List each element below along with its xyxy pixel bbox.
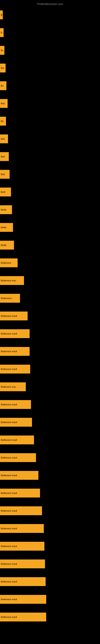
- bar-label-33: Bottleneck result: [1, 598, 17, 600]
- bar-row: Bottleneck: [0, 254, 100, 272]
- bar-row: Bottle: [0, 201, 100, 218]
- bar-1: B: [0, 28, 3, 37]
- bar-15: Bottleneck resu: [0, 276, 24, 285]
- bar-label-27: Bottleneck result: [1, 492, 17, 494]
- bar-row: Bott: [0, 130, 100, 148]
- bar-row: Bottleneck result: [0, 396, 100, 413]
- bar-label-11: Bottle: [1, 208, 6, 211]
- bar-14: Bottleneck: [0, 258, 18, 267]
- bar-label-24: Bottleneck result: [1, 439, 17, 441]
- bar-label-34: Bottleneck result: [1, 616, 17, 618]
- bar-label-3: Bot: [1, 67, 4, 69]
- bar-label-0: B: [1, 14, 2, 16]
- bar-10: Bottl: [0, 188, 11, 196]
- bar-label-6: Bo: [1, 120, 3, 122]
- bar-label-25: Bottleneck result: [1, 456, 17, 459]
- bar-row: Bott: [0, 94, 100, 112]
- bar-row: Bottleneck result: [0, 360, 100, 378]
- bar-row: B: [0, 6, 100, 24]
- bar-29: Bottleneck result: [0, 524, 44, 533]
- bar-16: Bottleneck r: [0, 294, 20, 303]
- bar-row: Bottle: [0, 218, 100, 236]
- bar-row: Bottleneck result: [0, 520, 100, 537]
- bar-row: Bottleneck result: [0, 502, 100, 520]
- bar-33: Bottleneck result: [0, 595, 46, 604]
- bar-label-15: Bottleneck resu: [1, 279, 16, 282]
- bar-20: Bottleneck result: [0, 365, 30, 374]
- bar-28: Bottleneck result: [0, 506, 42, 515]
- bar-row: Bottleneck result: [0, 449, 100, 466]
- bar-row: Bottleneck resu: [0, 378, 100, 396]
- bar-13: Bottle: [0, 241, 14, 250]
- bar-row: Bo: [0, 112, 100, 130]
- bar-21: Bottleneck resu: [0, 382, 26, 391]
- bar-row: Bott: [0, 166, 100, 183]
- bar-24: Bottleneck result: [0, 436, 34, 444]
- bar-label-30: Bottleneck result: [1, 545, 17, 548]
- bar-19: Bottleneck result: [0, 347, 30, 356]
- bar-25: Bottleneck result: [0, 453, 36, 462]
- bar-7: Bott: [0, 134, 8, 143]
- bar-label-32: Bottleneck result: [1, 580, 17, 583]
- bar-30: Bottleneck result: [0, 542, 44, 550]
- bar-label-2: Bo: [1, 49, 3, 52]
- bar-label-10: Bottl: [1, 191, 5, 193]
- bar-row: Bottleneck result: [0, 466, 100, 484]
- bar-row: Bottleneck result: [0, 608, 100, 626]
- bar-row: Bottleneck resu: [0, 272, 100, 290]
- bar-row: Bottleneck result: [0, 342, 100, 360]
- bar-3: Bot: [0, 64, 6, 72]
- bar-label-14: Bottleneck: [1, 262, 11, 264]
- bar-8: Bott: [0, 152, 9, 161]
- bar-26: Bottleneck result: [0, 471, 38, 480]
- bar-label-28: Bottleneck result: [1, 510, 17, 512]
- bar-label-1: B: [1, 32, 2, 34]
- bar-label-12: Bottle: [1, 226, 6, 228]
- bar-row: Bottleneck result: [0, 555, 100, 573]
- bars-container: BBBoBotBoBottBoBottBottBottBottlBottleBo…: [0, 0, 100, 626]
- bar-row: Bottleneck result: [0, 413, 100, 431]
- bar-4: Bo: [0, 81, 6, 90]
- bar-label-5: Bott: [1, 102, 5, 105]
- bar-27: Bottleneck result: [0, 489, 40, 498]
- bar-9: Bott: [0, 170, 10, 179]
- bar-label-18: Bottleneck result: [1, 332, 17, 335]
- bar-label-22: Bottleneck result: [1, 403, 17, 406]
- bar-row: Bottleneck result: [0, 484, 100, 502]
- bar-6: Bo: [0, 117, 6, 126]
- bar-22: Bottleneck result: [0, 400, 31, 409]
- bar-row: Bottleneck r: [0, 290, 100, 307]
- bar-row: Bottleneck result: [0, 537, 100, 555]
- bar-label-23: Bottleneck result: [1, 421, 17, 424]
- bar-18: Bottleneck result: [0, 329, 30, 338]
- bar-row: Bottleneck result: [0, 325, 100, 342]
- bar-2: Bo: [0, 46, 4, 55]
- bar-row: Bo: [0, 42, 100, 59]
- bar-17: Bottleneck result: [0, 312, 28, 320]
- bar-label-21: Bottleneck resu: [1, 386, 16, 388]
- bar-5: Bott: [0, 99, 8, 108]
- bar-label-7: Bott: [1, 138, 5, 140]
- bar-label-4: Bo: [1, 84, 3, 87]
- bar-label-13: Bottle: [1, 244, 6, 246]
- bar-23: Bottleneck result: [0, 418, 32, 427]
- bar-row: B: [0, 24, 100, 42]
- bar-row: Bottl: [0, 183, 100, 201]
- bar-0: B: [0, 10, 3, 19]
- bar-row: Bottleneck result: [0, 431, 100, 449]
- bar-34: Bottleneck result: [0, 612, 46, 622]
- bar-row: Bottleneck result: [0, 573, 100, 590]
- bar-label-31: Bottleneck result: [1, 563, 17, 565]
- bar-12: Bottle: [0, 223, 13, 232]
- bar-label-19: Bottleneck result: [1, 350, 17, 352]
- bar-32: Bottleneck result: [0, 577, 46, 586]
- bar-row: Bottleneck result: [0, 307, 100, 325]
- bar-row: Bottle: [0, 236, 100, 254]
- bar-label-20: Bottleneck result: [1, 368, 17, 370]
- bar-31: Bottleneck result: [0, 560, 45, 568]
- bar-11: Bottle: [0, 205, 12, 214]
- bar-label-17: Bottleneck result: [1, 315, 17, 317]
- bar-label-16: Bottleneck r: [1, 297, 12, 300]
- bar-label-26: Bottleneck result: [1, 474, 17, 476]
- bar-row: Bo: [0, 77, 100, 94]
